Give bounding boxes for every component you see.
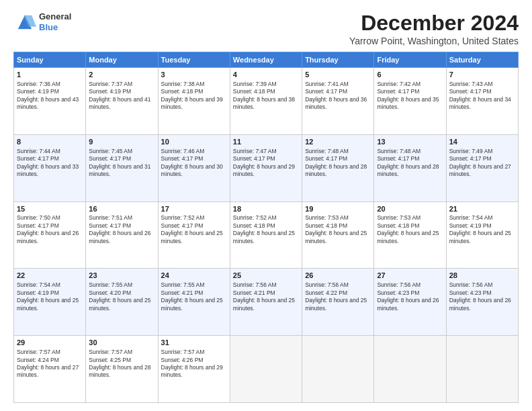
logo-icon	[13, 11, 36, 34]
col-wednesday: Wednesday	[230, 52, 302, 68]
day-14: 14Sunrise: 7:49 AMSunset: 4:17 PMDayligh…	[446, 134, 518, 201]
col-sunday: Sunday	[14, 52, 86, 68]
calendar-header-row: Sunday Monday Tuesday Wednesday Thursday…	[14, 52, 519, 68]
page: General Blue December 2024 Yarrow Point,…	[0, 0, 532, 411]
day-4: 4Sunrise: 7:39 AMSunset: 4:18 PMDaylight…	[230, 68, 302, 135]
day-29: 29Sunrise: 7:57 AMSunset: 4:24 PMDayligh…	[14, 336, 86, 403]
day-30: 30Sunrise: 7:57 AMSunset: 4:25 PMDayligh…	[86, 336, 158, 403]
day-28: 28Sunrise: 7:56 AMSunset: 4:23 PMDayligh…	[446, 269, 518, 336]
col-thursday: Thursday	[302, 52, 374, 68]
day-31: 31Sunrise: 7:57 AMSunset: 4:26 PMDayligh…	[158, 336, 230, 403]
day-empty	[446, 336, 518, 403]
calendar-table: Sunday Monday Tuesday Wednesday Thursday…	[13, 52, 519, 403]
week-row-1: 1Sunrise: 7:36 AMSunset: 4:19 PMDaylight…	[14, 68, 519, 135]
week-row-3: 15Sunrise: 7:50 AMSunset: 4:17 PMDayligh…	[14, 201, 519, 269]
day-20: 20Sunrise: 7:53 AMSunset: 4:18 PMDayligh…	[374, 201, 446, 269]
logo-blue: Blue	[39, 22, 58, 32]
day-empty	[302, 336, 374, 403]
col-friday: Friday	[374, 52, 446, 68]
col-monday: Monday	[86, 52, 158, 68]
week-row-4: 22Sunrise: 7:54 AMSunset: 4:19 PMDayligh…	[14, 269, 519, 336]
day-16: 16Sunrise: 7:51 AMSunset: 4:17 PMDayligh…	[86, 201, 158, 269]
col-tuesday: Tuesday	[158, 52, 230, 68]
day-25: 25Sunrise: 7:56 AMSunset: 4:21 PMDayligh…	[230, 269, 302, 336]
day-22: 22Sunrise: 7:54 AMSunset: 4:19 PMDayligh…	[14, 269, 86, 336]
day-7: 7Sunrise: 7:43 AMSunset: 4:17 PMDaylight…	[446, 68, 518, 135]
day-8: 8Sunrise: 7:44 AMSunset: 4:17 PMDaylight…	[14, 134, 86, 201]
day-3: 3Sunrise: 7:38 AMSunset: 4:18 PMDaylight…	[158, 68, 230, 135]
col-saturday: Saturday	[446, 52, 518, 68]
day-11: 11Sunrise: 7:47 AMSunset: 4:17 PMDayligh…	[230, 134, 302, 201]
day-26: 26Sunrise: 7:56 AMSunset: 4:22 PMDayligh…	[302, 269, 374, 336]
logo: General Blue	[13, 11, 71, 34]
week-row-5: 29Sunrise: 7:57 AMSunset: 4:24 PMDayligh…	[14, 336, 519, 403]
title-block: December 2024 Yarrow Point, Washington, …	[349, 11, 519, 46]
day-13: 13Sunrise: 7:48 AMSunset: 4:17 PMDayligh…	[374, 134, 446, 201]
day-18: 18Sunrise: 7:52 AMSunset: 4:18 PMDayligh…	[230, 201, 302, 269]
day-17: 17Sunrise: 7:52 AMSunset: 4:17 PMDayligh…	[158, 201, 230, 269]
day-5: 5Sunrise: 7:41 AMSunset: 4:17 PMDaylight…	[302, 68, 374, 135]
day-empty	[374, 336, 446, 403]
day-21: 21Sunrise: 7:54 AMSunset: 4:19 PMDayligh…	[446, 201, 518, 269]
subtitle: Yarrow Point, Washington, United States	[349, 36, 519, 46]
day-24: 24Sunrise: 7:55 AMSunset: 4:21 PMDayligh…	[158, 269, 230, 336]
day-1: 1Sunrise: 7:36 AMSunset: 4:19 PMDaylight…	[14, 68, 86, 135]
day-6: 6Sunrise: 7:42 AMSunset: 4:17 PMDaylight…	[374, 68, 446, 135]
day-9: 9Sunrise: 7:45 AMSunset: 4:17 PMDaylight…	[86, 134, 158, 201]
day-27: 27Sunrise: 7:56 AMSunset: 4:23 PMDayligh…	[374, 269, 446, 336]
day-2: 2Sunrise: 7:37 AMSunset: 4:19 PMDaylight…	[86, 68, 158, 135]
day-empty	[230, 336, 302, 403]
header-row: General Blue December 2024 Yarrow Point,…	[13, 11, 519, 46]
day-10: 10Sunrise: 7:46 AMSunset: 4:17 PMDayligh…	[158, 134, 230, 201]
main-title: December 2024	[349, 11, 519, 36]
day-23: 23Sunrise: 7:55 AMSunset: 4:20 PMDayligh…	[86, 269, 158, 336]
logo-general: General	[39, 11, 71, 21]
day-12: 12Sunrise: 7:48 AMSunset: 4:17 PMDayligh…	[302, 134, 374, 201]
week-row-2: 8Sunrise: 7:44 AMSunset: 4:17 PMDaylight…	[14, 134, 519, 201]
day-15: 15Sunrise: 7:50 AMSunset: 4:17 PMDayligh…	[14, 201, 86, 269]
day-19: 19Sunrise: 7:53 AMSunset: 4:18 PMDayligh…	[302, 201, 374, 269]
logo-text: General Blue	[39, 11, 71, 32]
